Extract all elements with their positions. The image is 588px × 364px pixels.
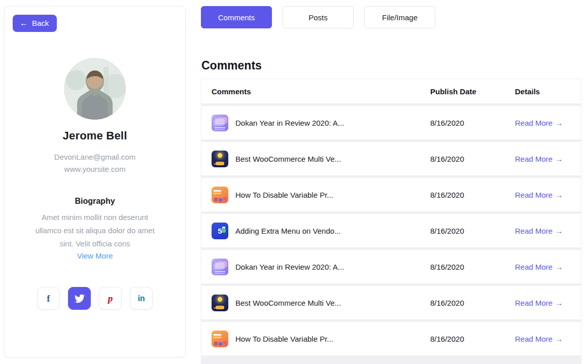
- arrow-right-icon: →: [555, 191, 563, 199]
- publish-date: 8/16/2020: [430, 263, 515, 271]
- twitter-icon: [75, 294, 85, 304]
- read-more-link[interactable]: Read More→: [515, 155, 563, 163]
- comment-title: Adding Extra Menu on Vendo...: [235, 227, 341, 235]
- profile-email: DevonLane@gmail.com: [5, 151, 185, 163]
- post-thumbnail: [212, 331, 228, 347]
- post-thumbnail: [212, 259, 228, 275]
- read-more-link[interactable]: Read More→: [515, 335, 563, 343]
- facebook-icon: f: [47, 294, 50, 303]
- read-more-link[interactable]: Read More→: [515, 227, 563, 235]
- publish-date: 8/16/2020: [430, 227, 515, 235]
- profile-contact: DevonLane@gmail.com www.yoursite.com: [5, 151, 185, 175]
- table-row: How To Disable Variable Pr... 8/16/2020 …: [201, 322, 581, 355]
- tab-posts[interactable]: Posts: [283, 6, 354, 28]
- publish-date: 8/16/2020: [430, 335, 515, 343]
- publish-date: 8/16/2020: [430, 191, 515, 199]
- table-row: Best WooCommerce Multi Ve... 8/16/2020 R…: [201, 286, 581, 319]
- comment-title: Best WooCommerce Multi Ve...: [235, 155, 341, 163]
- profile-card: ← Back Jerome Bell DevonLane@gmail.com w…: [4, 6, 186, 357]
- arrow-right-icon: →: [555, 155, 563, 163]
- table-row: Dokan Year in Review 2020: A... 8/16/202…: [201, 250, 581, 283]
- arrow-right-icon: →: [555, 263, 563, 271]
- comment-title: Dokan Year in Review 2020: A...: [235, 263, 344, 271]
- twitter-button[interactable]: [68, 287, 91, 310]
- social-links: f p in: [5, 287, 185, 310]
- comment-title: How To Disable Variable Pr...: [235, 335, 333, 343]
- biography-title: Biography: [5, 197, 185, 206]
- table-row: Dokan Year in Review 2020: A... 8/16/202…: [201, 106, 581, 139]
- profile-page: ← Back Jerome Bell DevonLane@gmail.com w…: [0, 0, 588, 364]
- read-more-link[interactable]: Read More→: [515, 263, 563, 271]
- thumbnail-text: 5: [218, 227, 222, 235]
- pinterest-icon: p: [108, 294, 113, 303]
- comment-title: Best WooCommerce Multi Ve...: [235, 299, 341, 307]
- read-more-link[interactable]: Read More→: [515, 119, 563, 127]
- pinterest-button[interactable]: p: [99, 287, 122, 310]
- read-more-link[interactable]: Read More→: [515, 191, 563, 199]
- publish-date: 8/16/2020: [430, 119, 515, 127]
- back-button-label: Back: [32, 19, 49, 27]
- view-more-link[interactable]: View More: [5, 251, 185, 260]
- table-header-row: Comments Publish Date Details: [201, 79, 581, 103]
- arrow-right-icon: →: [555, 227, 563, 235]
- arrow-right-icon: →: [555, 299, 563, 307]
- profile-name: Jerome Bell: [5, 129, 185, 142]
- arrow-right-icon: →: [555, 335, 563, 343]
- table-row: Best WooCommerce Multi Ve... 8/16/2020 R…: [201, 142, 581, 175]
- page-title: Comments: [201, 59, 262, 72]
- read-more-link[interactable]: Read More→: [515, 299, 563, 307]
- comments-table: Comments Publish Date Details Dokan Year…: [201, 79, 581, 364]
- post-thumbnail: 5: [212, 223, 228, 239]
- column-header-publish-date: Publish Date: [430, 87, 515, 96]
- linkedin-icon: in: [137, 295, 145, 303]
- comment-title: Dokan Year in Review 2020: A...: [235, 119, 344, 127]
- back-button[interactable]: ← Back: [13, 15, 57, 32]
- post-thumbnail: [212, 115, 228, 131]
- linkedin-button[interactable]: in: [130, 287, 153, 310]
- publish-date: 8/16/2020: [430, 155, 515, 163]
- comment-title: How To Disable Variable Pr...: [235, 191, 333, 199]
- facebook-button[interactable]: f: [37, 287, 60, 310]
- post-thumbnail: [212, 151, 228, 167]
- tab-comments[interactable]: Comments: [201, 6, 272, 28]
- table-row: 5 Adding Extra Menu on Vendo... 8/16/202…: [201, 214, 581, 247]
- content-tabs: Comments Posts File/Image: [201, 6, 435, 28]
- profile-website: www.yoursite.com: [5, 163, 185, 175]
- column-header-details: Details: [515, 87, 576, 96]
- publish-date: 8/16/2020: [430, 299, 515, 307]
- biography-text: Amet minim mollit non deserunt ullamco e…: [28, 211, 161, 250]
- avatar-photo-placeholder: [64, 58, 126, 120]
- back-arrow-icon: ←: [20, 19, 28, 27]
- arrow-right-icon: →: [555, 119, 563, 127]
- tab-file-image[interactable]: File/Image: [364, 6, 435, 28]
- avatar: [64, 58, 126, 120]
- post-thumbnail: [212, 187, 228, 203]
- table-row: How To Disable Variable Pr... 8/16/2020 …: [201, 178, 581, 211]
- post-thumbnail: [212, 295, 228, 311]
- column-header-comments: Comments: [212, 87, 430, 96]
